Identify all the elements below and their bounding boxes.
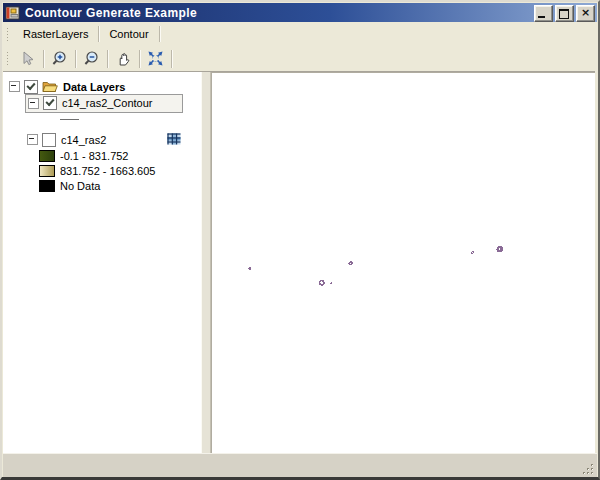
menu-contour[interactable]: Contour (100, 25, 157, 44)
hand-icon (115, 50, 132, 67)
layers-panel: Data Layers c14_ras2_Contour c14_ras2 (3, 72, 201, 454)
full-extent-button[interactable] (143, 48, 168, 70)
content-area: Data Layers c14_ras2_Contour c14_ras2 (3, 71, 595, 454)
tree-node-contour-layer[interactable]: c14_ras2_Contour (9, 95, 201, 112)
toolbar (3, 46, 597, 71)
contour-symbol-row (60, 112, 201, 127)
magnifier-minus-icon (83, 50, 100, 67)
menubar-grip[interactable] (6, 27, 10, 42)
toolbar-separator (43, 50, 44, 68)
class-color-swatch (39, 150, 55, 162)
raster-layer-checkbox[interactable] (42, 133, 56, 147)
window-title: Countour Generate Example (25, 6, 197, 20)
expand-arrows-icon (147, 50, 164, 67)
tree-node-label: c14_ras2_Contour (62, 97, 153, 109)
menu-rasterlayers[interactable]: RasterLayers (14, 25, 97, 44)
map-view[interactable] (211, 72, 595, 454)
legend-label: No Data (60, 180, 100, 192)
tree-node-label: c14_ras2 (61, 134, 106, 146)
tree-node-label: Data Layers (63, 81, 125, 93)
panel-splitter[interactable] (201, 72, 211, 454)
maximize-button[interactable] (555, 5, 574, 22)
zoom-in-button[interactable] (47, 48, 72, 70)
legend-item: No Data (39, 178, 201, 193)
close-button[interactable]: × (576, 5, 595, 22)
map-canvas[interactable] (213, 75, 598, 453)
class-color-swatch (39, 180, 55, 192)
toolbar-separator (75, 50, 76, 68)
toolbar-grip[interactable] (6, 51, 10, 66)
legend-item: -0.1 - 831.752 (39, 148, 201, 163)
minimize-icon (538, 16, 545, 18)
raster-grid-icon (167, 132, 181, 146)
resize-grip[interactable] (581, 462, 595, 475)
pointer-tool-button[interactable] (15, 48, 40, 70)
toolbar-separator (107, 50, 108, 68)
toolbar-separator (139, 50, 140, 68)
class-color-swatch (39, 165, 55, 177)
app-icon (5, 5, 21, 21)
contour-layer-checkbox[interactable] (43, 96, 57, 110)
magnifier-plus-icon (51, 50, 68, 67)
collapse-expander-icon[interactable] (28, 98, 39, 109)
cursor-arrow-icon (19, 50, 36, 67)
window-controls: × (534, 5, 595, 22)
legend-label: 831.752 - 1663.605 (60, 165, 155, 177)
legend-label: -0.1 - 831.752 (60, 150, 129, 162)
collapse-expander-icon[interactable] (27, 134, 38, 145)
title-bar[interactable]: Countour Generate Example × (3, 3, 597, 22)
collapse-expander-icon[interactable] (9, 81, 20, 92)
menu-bar: RasterLayers Contour (3, 22, 597, 46)
zoom-out-button[interactable] (79, 48, 104, 70)
selected-node-highlight[interactable]: c14_ras2_Contour (25, 94, 183, 113)
contour-line-symbol (60, 119, 79, 120)
menu-separator (159, 26, 160, 42)
legend-item: 831.752 - 1663.605 (39, 163, 201, 178)
menu-separator (98, 26, 99, 42)
open-folder-icon (42, 80, 58, 93)
minimize-button[interactable] (534, 5, 553, 22)
maximize-icon (559, 9, 569, 19)
tree-node-raster-layer[interactable]: c14_ras2 (27, 131, 201, 148)
pan-button[interactable] (111, 48, 136, 70)
close-icon: × (577, 6, 594, 21)
data-layers-checkbox[interactable] (24, 80, 38, 94)
status-bar (3, 453, 597, 477)
toolbar-separator (171, 50, 172, 68)
tree-node-data-layers[interactable]: Data Layers (9, 78, 201, 95)
app-window: Countour Generate Example × RasterLayers… (0, 0, 600, 480)
